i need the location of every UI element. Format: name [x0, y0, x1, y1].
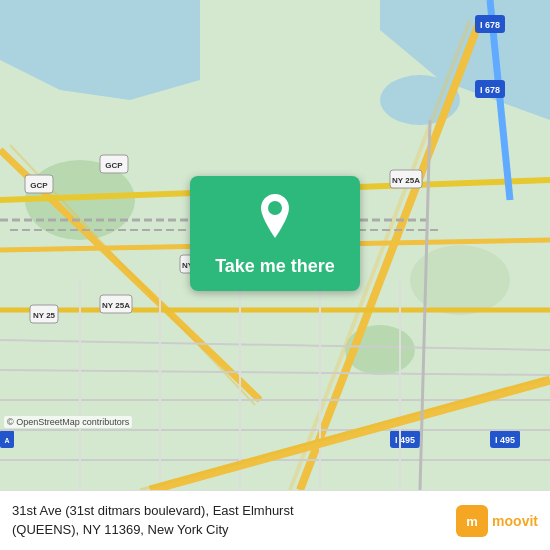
- svg-text:GCP: GCP: [105, 161, 123, 170]
- svg-text:NY 25: NY 25: [33, 311, 56, 320]
- moovit-icon: m: [456, 505, 488, 537]
- moovit-wordmark: moovit: [492, 513, 538, 529]
- address-text: 31st Ave (31st ditmars boulevard), East …: [12, 502, 446, 538]
- svg-text:I 495: I 495: [395, 435, 415, 445]
- moovit-logo: m moovit: [456, 505, 538, 537]
- svg-text:GCP: GCP: [30, 181, 48, 190]
- svg-text:I 678: I 678: [480, 20, 500, 30]
- take-me-there-button[interactable]: Take me there: [190, 176, 360, 291]
- svg-text:A: A: [4, 437, 9, 444]
- svg-text:I 495: I 495: [495, 435, 515, 445]
- osm-attribution: © OpenStreetMap contributors: [4, 416, 132, 428]
- map-container: I 678 I 678 NY 25A NY 25A NY 25A NY 25 N…: [0, 0, 550, 490]
- location-pin-icon: [257, 194, 293, 238]
- svg-text:m: m: [466, 514, 478, 529]
- svg-point-54: [268, 201, 282, 215]
- svg-text:NY 25A: NY 25A: [102, 301, 130, 310]
- info-bar: 31st Ave (31st ditmars boulevard), East …: [0, 490, 550, 550]
- svg-text:I 678: I 678: [480, 85, 500, 95]
- svg-text:NY 25A: NY 25A: [392, 176, 420, 185]
